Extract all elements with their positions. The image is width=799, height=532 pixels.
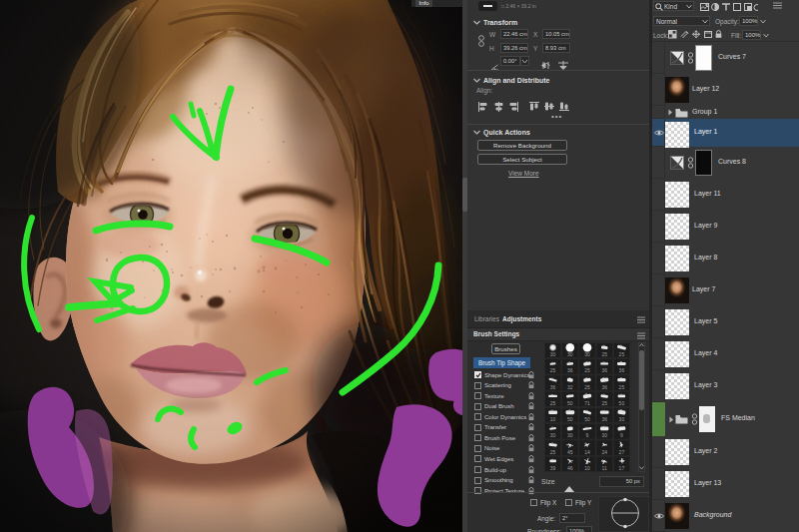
svg-text:36: 36 — [601, 367, 607, 373]
svg-text:14: 14 — [584, 449, 590, 455]
svg-text:25: 25 — [619, 384, 625, 390]
svg-text:32: 32 — [567, 384, 573, 390]
svg-text:25: 25 — [550, 449, 556, 455]
svg-text:71: 71 — [584, 400, 590, 406]
svg-text:25: 25 — [550, 400, 556, 406]
svg-text:30: 30 — [601, 432, 607, 438]
svg-text:9: 9 — [586, 432, 589, 438]
svg-text:30: 30 — [550, 351, 556, 357]
svg-text:25: 25 — [601, 351, 607, 357]
svg-text:36: 36 — [601, 384, 607, 390]
svg-text:9: 9 — [620, 432, 623, 438]
svg-text:30: 30 — [567, 432, 573, 438]
svg-text:11: 11 — [602, 465, 607, 471]
svg-text:36: 36 — [550, 384, 556, 390]
svg-text:50: 50 — [619, 400, 625, 406]
svg-text:25: 25 — [619, 351, 625, 357]
svg-text:36: 36 — [567, 367, 573, 373]
svg-text:25: 25 — [550, 367, 556, 373]
svg-text:50: 50 — [584, 416, 590, 422]
svg-text:27: 27 — [619, 449, 625, 455]
svg-text:10: 10 — [550, 416, 556, 422]
svg-text:50: 50 — [567, 400, 573, 406]
svg-text:25: 25 — [584, 367, 590, 373]
svg-text:50: 50 — [567, 416, 573, 422]
svg-text:39: 39 — [550, 465, 556, 471]
svg-text:30: 30 — [567, 351, 573, 357]
svg-text:17: 17 — [619, 465, 625, 471]
svg-text:30: 30 — [584, 351, 590, 357]
svg-text:45: 45 — [567, 449, 573, 455]
svg-text:10: 10 — [584, 465, 590, 471]
svg-text:46: 46 — [567, 465, 573, 471]
svg-text:30: 30 — [619, 416, 625, 422]
svg-text:25: 25 — [584, 384, 590, 390]
svg-text:25: 25 — [601, 400, 607, 406]
svg-text:36: 36 — [619, 367, 625, 373]
svg-text:24: 24 — [601, 449, 607, 455]
svg-text:36: 36 — [601, 416, 607, 422]
svg-text:30: 30 — [550, 432, 556, 438]
